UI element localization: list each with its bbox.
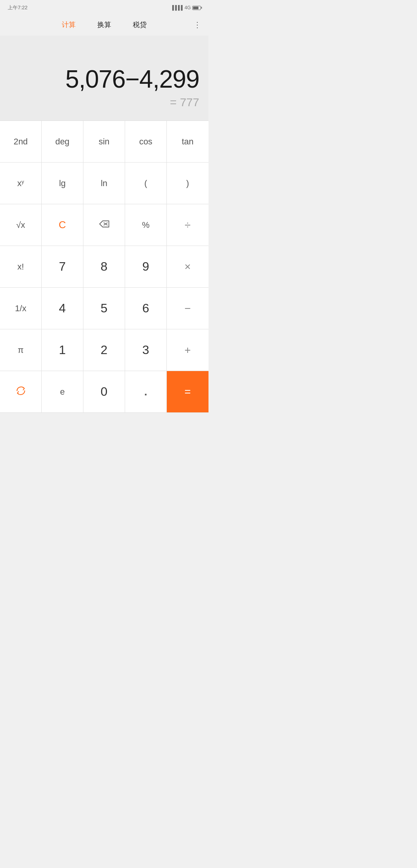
more-menu-button[interactable]: ⋮ [193, 20, 201, 29]
key-9[interactable]: 9 [125, 246, 167, 288]
network-type: 4G [185, 5, 191, 10]
key-lg[interactable]: lg [42, 163, 83, 204]
key-percent[interactable]: % [125, 204, 167, 246]
key-8[interactable]: 8 [83, 246, 125, 288]
key-7[interactable]: 7 [42, 246, 83, 288]
key-deg[interactable]: deg [42, 121, 83, 163]
key-e[interactable]: e [42, 371, 83, 413]
status-bar: 上午7:22 ▐▐▐▐ 4G [0, 0, 208, 14]
key-1[interactable]: 1 [42, 329, 83, 371]
status-icons: ▐▐▐▐ 4G [171, 5, 201, 10]
display-area: 5,076−4,299 = 777 [0, 36, 208, 120]
status-time: 上午7:22 [8, 4, 27, 11]
key-rotate[interactable] [0, 371, 42, 413]
key-factorial[interactable]: x! [0, 246, 42, 288]
key-sqrt[interactable]: √x [0, 204, 42, 246]
key-equals[interactable]: = [167, 371, 208, 413]
tab-tax[interactable]: 税贷 [122, 20, 158, 29]
rotate-icon [15, 386, 27, 398]
key-xy[interactable]: xy [0, 163, 42, 204]
key-subtract[interactable]: − [167, 288, 208, 329]
battery-icon [192, 6, 201, 10]
keypad: 2nd deg sin cos tan xy lg ln ( ) √x C % … [0, 120, 208, 413]
key-multiply[interactable]: × [167, 246, 208, 288]
key-divide[interactable]: ÷ [167, 204, 208, 246]
key-pi[interactable]: π [0, 329, 42, 371]
signal-bars-icon: ▐▐▐▐ [171, 5, 182, 10]
key-0[interactable]: 0 [83, 371, 125, 413]
key-5[interactable]: 5 [83, 288, 125, 329]
key-ln[interactable]: ln [83, 163, 125, 204]
tab-calculator[interactable]: 计算 [51, 20, 86, 29]
backspace-icon [99, 220, 110, 230]
key-reciprocal[interactable]: 1/x [0, 288, 42, 329]
key-backspace[interactable] [83, 204, 125, 246]
result-display: = 777 [170, 96, 199, 109]
key-2nd[interactable]: 2nd [0, 121, 42, 163]
key-close-paren[interactable]: ) [167, 163, 208, 204]
key-add[interactable]: + [167, 329, 208, 371]
tab-converter[interactable]: 换算 [86, 20, 122, 29]
key-tan[interactable]: tan [167, 121, 208, 163]
key-cos[interactable]: cos [125, 121, 167, 163]
key-4[interactable]: 4 [42, 288, 83, 329]
nav-tabs: 计算 换算 税贷 ⋮ [0, 14, 208, 36]
key-sin[interactable]: sin [83, 121, 125, 163]
key-2[interactable]: 2 [83, 329, 125, 371]
key-clear[interactable]: C [42, 204, 83, 246]
key-decimal[interactable]: . [125, 371, 167, 413]
main-expression: 5,076−4,299 [65, 66, 199, 93]
key-open-paren[interactable]: ( [125, 163, 167, 204]
key-3[interactable]: 3 [125, 329, 167, 371]
key-6[interactable]: 6 [125, 288, 167, 329]
